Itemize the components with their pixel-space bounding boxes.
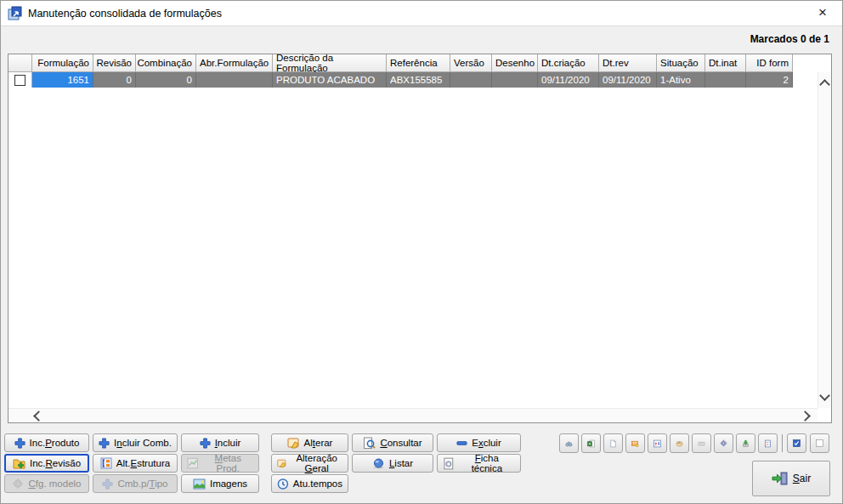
button-label: Alteração Geral bbox=[291, 453, 342, 473]
sort-updown-icon bbox=[653, 437, 661, 450]
checklist-icon bbox=[764, 437, 772, 450]
binoculars-button[interactable] bbox=[559, 433, 579, 453]
keyboard-button[interactable] bbox=[692, 433, 711, 453]
scroll-left-icon[interactable] bbox=[33, 411, 44, 422]
cell-dt-rev[interactable]: 09/11/2020 bbox=[599, 72, 657, 88]
vertical-scrollbar[interactable] bbox=[818, 72, 831, 408]
cell-dt-inat[interactable] bbox=[705, 72, 746, 88]
title-bar: Manutenção consolidada de formulações × bbox=[1, 1, 842, 26]
incluir-button[interactable]: Incluir bbox=[181, 433, 259, 452]
sort-updown-button[interactable] bbox=[648, 433, 667, 453]
col-header-referencia[interactable]: Referência bbox=[387, 54, 450, 72]
col-header-desenho[interactable]: Desenho bbox=[492, 54, 538, 72]
cell-situacao[interactable]: 1-Ativo bbox=[657, 72, 705, 88]
row-selector-cell[interactable] bbox=[8, 72, 32, 88]
cell-referencia[interactable]: ABX155585 bbox=[387, 72, 450, 88]
inc-produto-button[interactable]: Inc.Produto bbox=[4, 433, 89, 452]
cell-revisao[interactable]: 0 bbox=[93, 72, 136, 88]
clock-icon bbox=[277, 478, 289, 490]
checklist-button[interactable] bbox=[758, 433, 778, 453]
cell-versao[interactable] bbox=[450, 72, 492, 88]
uncheck-all-button[interactable] bbox=[810, 433, 829, 453]
scroll-down-icon[interactable] bbox=[819, 390, 830, 401]
marked-counter: Marcados 0 de 1 bbox=[750, 33, 829, 45]
checked-box-icon bbox=[793, 437, 801, 450]
excel-export-button[interactable] bbox=[581, 433, 601, 453]
button-label: Excluir bbox=[472, 438, 501, 448]
col-header-versao[interactable]: Versão bbox=[450, 54, 492, 72]
col-header-dt-rev[interactable]: Dt.rev bbox=[599, 54, 657, 72]
col-header-combinacao[interactable]: Combinação bbox=[136, 54, 196, 72]
excluir-button[interactable]: Excluir bbox=[437, 433, 521, 452]
app-icon bbox=[8, 6, 22, 20]
scroll-right-icon[interactable] bbox=[800, 411, 811, 422]
col-header-revisao[interactable]: Revisão bbox=[93, 54, 136, 72]
alt-estrutura-button[interactable]: Alt.Estrutura bbox=[93, 454, 178, 473]
listar-button[interactable]: Listar bbox=[352, 454, 433, 473]
printer-icon bbox=[372, 457, 385, 469]
col-header-descricao[interactable]: Descrição da Formulação bbox=[273, 54, 387, 72]
settings-gear-button[interactable] bbox=[714, 433, 733, 453]
imagens-button[interactable]: Imagens bbox=[181, 474, 259, 493]
ficha-tecnica-button[interactable]: Ficha técnica bbox=[437, 454, 521, 473]
button-label: Ficha técnica bbox=[459, 453, 515, 473]
plus-icon bbox=[99, 438, 110, 449]
window-title: Manutenção consolidada de formulações bbox=[28, 8, 222, 20]
minus-icon bbox=[456, 438, 467, 449]
table-row[interactable]: 1651 0 0 PRODUTO ACABADO ABX155585 09/11… bbox=[8, 72, 831, 88]
button-label: Atu.tempos bbox=[293, 479, 342, 489]
cell-dt-criacao[interactable]: 09/11/2020 bbox=[538, 72, 599, 88]
cell-desenho[interactable] bbox=[492, 72, 538, 88]
col-header-abr-formulacao[interactable]: Abr.Formulação bbox=[196, 54, 273, 72]
sair-button[interactable]: Sair bbox=[752, 461, 830, 496]
palette-icon bbox=[676, 437, 683, 450]
keyboard-icon bbox=[698, 437, 705, 450]
formulations-grid: Formulação Revisão Combinação Abr.Formul… bbox=[8, 54, 832, 423]
col-header-dt-inat[interactable]: Dt.inat bbox=[705, 54, 746, 72]
consultar-button[interactable]: Consultar bbox=[352, 433, 433, 452]
select-row-checkbox[interactable] bbox=[14, 75, 25, 86]
grid-header-row: Formulação Revisão Combinação Abr.Formul… bbox=[8, 54, 831, 72]
chart-icon bbox=[187, 457, 198, 469]
cell-abr-formulacao[interactable] bbox=[196, 72, 273, 88]
col-header-dt-criacao[interactable]: Dt.criação bbox=[538, 54, 599, 72]
scroll-up-icon[interactable] bbox=[819, 79, 830, 90]
cell-id-form[interactable]: 2 bbox=[746, 72, 793, 88]
toolbar-divider bbox=[782, 434, 783, 452]
new-document-button[interactable] bbox=[603, 433, 623, 453]
palette-button[interactable] bbox=[670, 433, 689, 453]
export-download-button[interactable] bbox=[736, 433, 755, 453]
alteracao-geral-button[interactable]: Alteração Geral bbox=[271, 454, 348, 473]
app-window: Manutenção consolidada de formulações × … bbox=[0, 0, 843, 504]
search-icon bbox=[363, 437, 376, 450]
edit-icon bbox=[277, 457, 286, 469]
button-label: Listar bbox=[389, 458, 413, 468]
cell-descricao[interactable]: PRODUTO ACABADO bbox=[273, 72, 387, 88]
inc-revisao-button[interactable]: Inc.Revisão bbox=[4, 454, 89, 473]
image-icon bbox=[193, 479, 206, 490]
send-table-button[interactable] bbox=[625, 433, 645, 453]
col-header-selector[interactable] bbox=[8, 54, 32, 72]
horizontal-scrollbar[interactable] bbox=[8, 408, 818, 422]
atu-tempos-button[interactable]: Atu.tempos bbox=[271, 474, 348, 493]
cell-combinacao[interactable]: 0 bbox=[136, 72, 196, 88]
cell-formulacao[interactable]: 1651 bbox=[32, 72, 93, 88]
button-label: Alt.Estrutura bbox=[116, 458, 170, 468]
col-header-formulacao[interactable]: Formulação bbox=[32, 54, 93, 72]
binoculars-icon bbox=[565, 437, 573, 450]
col-header-situacao[interactable]: Situação bbox=[657, 54, 705, 72]
cfg-modelo-button: Cfg. modelo bbox=[4, 474, 89, 493]
alterar-button[interactable]: Alterar bbox=[271, 433, 348, 452]
button-label: Incluir Comb. bbox=[114, 438, 172, 448]
document-gear-icon bbox=[443, 457, 455, 470]
button-label: Inc.Produto bbox=[30, 438, 80, 448]
close-button[interactable]: × bbox=[803, 1, 842, 25]
button-label: Incluir bbox=[215, 438, 241, 448]
plus-icon bbox=[102, 479, 113, 490]
check-all-button[interactable] bbox=[787, 433, 806, 453]
col-header-id-form[interactable]: ID form bbox=[746, 54, 793, 72]
button-label: Sair bbox=[793, 473, 811, 484]
incluir-comb-button[interactable]: Incluir Comb. bbox=[93, 433, 178, 452]
cmb-p-tipo-button: Cmb.p/Tipo bbox=[93, 474, 178, 493]
button-label: Alterar bbox=[304, 438, 333, 448]
